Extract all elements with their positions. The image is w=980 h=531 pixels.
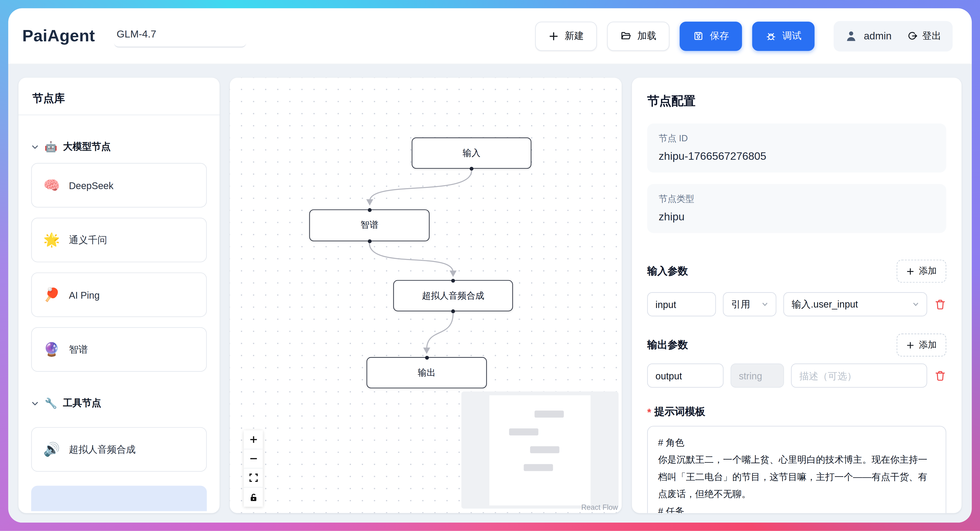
canvas-controls xyxy=(244,431,263,507)
target-handle[interactable] xyxy=(425,356,428,359)
param-name-input[interactable] xyxy=(647,292,716,316)
bug-icon xyxy=(766,30,776,41)
flow-node-audio-synthesis[interactable]: 超拟人音频合成 xyxy=(393,280,513,311)
delete-input-param-button[interactable] xyxy=(934,298,946,310)
target-handle[interactable] xyxy=(451,279,455,282)
workflow-name-wrap xyxy=(114,24,247,47)
user-name: admin xyxy=(864,30,891,42)
minimap[interactable] xyxy=(461,392,619,509)
output-param-row: string xyxy=(647,364,946,388)
node-library-body: 🤖 大模型节点 🧠 DeepSeek 🌟 通义千问 🏓 AI Ping 🔮 xyxy=(19,115,220,513)
prompt-template-title: 提示词模板 xyxy=(654,406,705,419)
input-param-row: 引用 输入.user_input xyxy=(647,292,946,316)
node-type-label: 节点类型 xyxy=(659,193,935,205)
brain-icon: 🧠 xyxy=(43,177,60,193)
app-logo: PaiAgent xyxy=(22,26,95,46)
library-item-aiping[interactable]: 🏓 AI Ping xyxy=(31,273,207,317)
source-handle[interactable] xyxy=(469,166,473,171)
save-button[interactable]: 保存 xyxy=(680,21,743,51)
plus-icon xyxy=(906,341,915,349)
wrench-icon: 🔧 xyxy=(45,397,57,409)
library-item-qianwen[interactable]: 🌟 通义千问 xyxy=(31,218,207,262)
save-icon xyxy=(693,30,704,41)
add-input-param-button[interactable]: 添加 xyxy=(897,260,947,282)
workflow-name-input[interactable] xyxy=(114,24,247,47)
robot-icon: 🤖 xyxy=(45,141,57,153)
delete-output-param-button[interactable] xyxy=(934,370,946,381)
plus-icon xyxy=(549,31,559,41)
minimap-node xyxy=(523,464,553,471)
plus-icon xyxy=(906,267,915,275)
node-id-label: 节点 ID xyxy=(659,133,935,145)
add-output-param-button[interactable]: 添加 xyxy=(897,333,947,356)
output-params-title: 输出参数 xyxy=(647,338,688,352)
source-handle[interactable] xyxy=(451,309,455,313)
lock-toggle-button[interactable] xyxy=(244,488,263,507)
zoom-in-button[interactable] xyxy=(244,431,263,450)
node-library-title: 节点库 xyxy=(19,78,220,115)
library-item-partial[interactable] xyxy=(31,486,207,511)
pingpong-icon: 🏓 xyxy=(43,287,60,303)
chevron-down-icon xyxy=(31,399,39,407)
new-button[interactable]: 新建 xyxy=(535,21,597,51)
load-button[interactable]: 加载 xyxy=(608,21,670,51)
source-handle[interactable] xyxy=(368,239,371,243)
input-params-title: 输入参数 xyxy=(647,265,688,278)
zoom-out-button[interactable] xyxy=(244,450,263,469)
chevron-down-icon xyxy=(762,301,768,307)
minimap-node xyxy=(509,429,538,435)
param-type-select[interactable]: 引用 xyxy=(723,292,776,316)
param-name-input[interactable] xyxy=(647,364,724,388)
header: PaiAgent 新建 加载 保存 调试 xyxy=(8,8,972,64)
gradient-frame: PaiAgent 新建 加载 保存 调试 xyxy=(0,0,980,531)
main-area: 节点库 🤖 大模型节点 🧠 DeepSeek 🌟 通义千问 xyxy=(8,64,972,523)
flow-node-output[interactable]: 输出 xyxy=(366,357,487,388)
node-config-panel: 节点配置 节点 ID zhipu-1766567276805 节点类型 zhip… xyxy=(632,78,961,513)
section-llm-nodes[interactable]: 🤖 大模型节点 xyxy=(31,141,207,153)
flow-canvas[interactable]: 输入 智谱 超拟人音频合成 输出 xyxy=(230,78,622,513)
node-type-value: zhipu xyxy=(659,211,935,223)
target-handle[interactable] xyxy=(368,208,371,212)
user-icon xyxy=(845,30,857,42)
node-library-panel: 节点库 🤖 大模型节点 🧠 DeepSeek 🌟 通义千问 xyxy=(19,78,220,513)
reactflow-attribution: React Flow xyxy=(581,504,618,511)
node-id-value: zhipu-1766567276805 xyxy=(659,150,935,163)
minimap-node xyxy=(530,446,559,453)
logout-button[interactable]: 登出 xyxy=(907,30,941,42)
user-pill: admin 登出 xyxy=(834,21,953,51)
fit-view-button[interactable] xyxy=(244,469,263,488)
required-mark: * xyxy=(647,407,651,418)
library-item-deepseek[interactable]: 🧠 DeepSeek xyxy=(31,163,207,207)
config-title: 节点配置 xyxy=(647,93,946,110)
library-item-zhipu[interactable]: 🔮 智谱 xyxy=(31,327,207,372)
folder-open-icon xyxy=(620,30,632,41)
speaker-icon: 🔊 xyxy=(43,442,60,457)
node-type-card: 节点类型 zhipu xyxy=(647,184,946,233)
logout-icon xyxy=(907,30,918,41)
app-window: PaiAgent 新建 加载 保存 调试 xyxy=(8,8,972,523)
param-ref-select[interactable]: 输入.user_input xyxy=(783,292,927,316)
flow-node-zhipu[interactable]: 智谱 xyxy=(309,209,430,241)
flow-node-input[interactable]: 输入 xyxy=(412,137,531,169)
prompt-template-textarea[interactable]: # 角色 你是沉默王二，一个嘴上贫、心里明白的技术博主。现在你主持一档叫「王二电… xyxy=(647,426,946,513)
minimap-node xyxy=(535,411,564,418)
library-item-audio-synthesis[interactable]: 🔊 超拟人音频合成 xyxy=(31,427,207,472)
star-icon: 🌟 xyxy=(43,232,60,248)
chevron-down-icon xyxy=(913,301,919,307)
debug-button[interactable]: 调试 xyxy=(752,21,815,51)
param-desc-input[interactable] xyxy=(791,364,927,388)
crystal-ball-icon: 🔮 xyxy=(43,342,60,357)
section-tool-nodes[interactable]: 🔧 工具节点 xyxy=(31,397,207,409)
param-type-disabled: string xyxy=(730,364,784,388)
chevron-down-icon xyxy=(31,143,39,151)
node-id-card: 节点 ID zhipu-1766567276805 xyxy=(647,123,946,172)
